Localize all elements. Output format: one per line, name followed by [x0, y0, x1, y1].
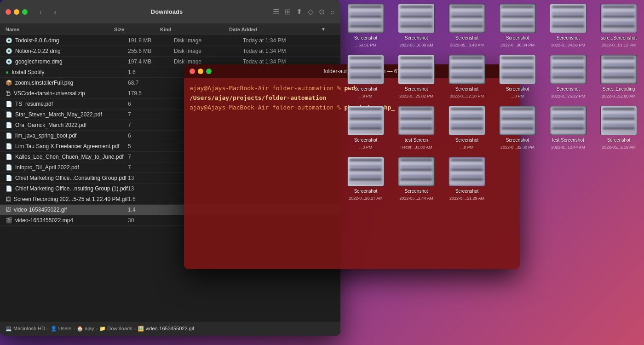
- icon-thumb-image: [449, 106, 485, 135]
- blurred-preview: [398, 106, 434, 135]
- file-type-icon: ●: [6, 69, 9, 75]
- terminal-maximize-button[interactable]: [206, 69, 212, 74]
- breadcrumb-bar: 💻 Macintosh HD›👤 Users›🏠 ajay›📁 Download…: [0, 321, 340, 336]
- icon-thumb-image: [348, 157, 384, 186]
- icon-thumb-image: [500, 4, 535, 33]
- blurred-preview: [601, 55, 637, 84]
- icon-thumbnail: [398, 55, 435, 84]
- blurred-preview: [449, 157, 485, 186]
- desktop-icon-ss20[interactable]: Screenshot 2022-05...2.44 AM: [391, 153, 442, 204]
- terminal-prompt: ajay@Ajays-MacBook-Air folder-automation…: [190, 104, 345, 111]
- desktop-icon-ss14[interactable]: test Screen Recor...33.00 AM: [391, 102, 442, 153]
- desktop-icon-ss8[interactable]: Screenshot 2022-0...25.02 PM: [391, 51, 442, 102]
- desktop-icon-ss7[interactable]: Screenshot ...9 PM: [340, 51, 391, 102]
- desktop-icon-ss18[interactable]: Screenshot 2022-05...2.19 AM: [593, 102, 644, 153]
- breadcrumb-item[interactable]: 🏠 ajay: [77, 326, 94, 332]
- terminal-close-button[interactable]: [190, 69, 195, 74]
- desktop-icon-ss17[interactable]: test Screenshot 2022-0...12.44 AM: [543, 102, 593, 153]
- blurred-preview: [601, 4, 637, 33]
- col-name[interactable]: Name: [6, 27, 114, 32]
- icon-label: Screenshot: [455, 137, 479, 143]
- icon-sublabel: 2022-05...2.19 AM: [602, 145, 636, 150]
- file-name: 📄 Chief Marketing Office...nsulting Grou…: [6, 185, 128, 192]
- breadcrumb-separator: ›: [134, 326, 136, 332]
- blurred-preview: [398, 157, 434, 186]
- table-header: Name Size Kind Date Added ▼: [0, 24, 340, 35]
- icon-sublabel: 2022-05...2.44 AM: [399, 196, 433, 201]
- file-type-icon: 🗜: [6, 90, 11, 97]
- icon-label: Screenshot: [506, 35, 529, 41]
- icon-thumbnail: [499, 4, 536, 33]
- desktop-icon-ss5[interactable]: Screenshot 2022-0...24.56 PM: [543, 0, 593, 51]
- icon-thumbnail: [448, 55, 485, 84]
- file-type-icon: 🖼: [6, 207, 11, 213]
- desktop-icon-ss15[interactable]: Screenshot ...8 PM: [442, 102, 492, 153]
- icon-label: test Screen: [405, 137, 428, 143]
- minimize-button[interactable]: [14, 9, 19, 15]
- file-name: 📄 Lim Tau Sang X Freelancer Agreement.pd…: [6, 143, 128, 150]
- file-name: ● Install Spotify: [6, 69, 128, 75]
- icon-label: Screenshot: [405, 188, 428, 194]
- desktop-icon-ss21[interactable]: Screenshot 2022-0....51.29 AM: [442, 153, 492, 204]
- file-kind: Disk Image: [174, 48, 243, 54]
- icon-thumb-image: [449, 4, 485, 33]
- file-name: 💿 Notion-2.0.22.dmg: [6, 48, 128, 54]
- desktop-icon-ss2[interactable]: Screenshot 2022-05...6.30 AM: [391, 0, 442, 51]
- view-list-icon[interactable]: ☰: [273, 7, 279, 16]
- desktop-icon-ss19[interactable]: Screenshot 2022-0...26.27 AM: [340, 153, 391, 204]
- file-name: 📄 Star_Steven_March_May_2022.pdf: [6, 111, 128, 118]
- col-size[interactable]: Size: [114, 27, 160, 32]
- file-date: Today at 1:34 PM: [243, 48, 335, 54]
- table-row[interactable]: 💿 Notion-2.0.22.dmg 255.6 MB Disk Image …: [0, 46, 340, 57]
- icon-thumbnail: [600, 55, 637, 84]
- icon-sublabel: 2022-0...12.44 AM: [551, 145, 585, 150]
- icon-sublabel: 2022-0...32.18 PM: [450, 94, 484, 98]
- icon-thumb-image: [601, 4, 637, 33]
- icon-thumbnail: [398, 4, 435, 33]
- desktop-icon-ss3[interactable]: Screenshot 2022-05...3.49 AM: [442, 0, 492, 51]
- desktop-icon-ss11[interactable]: Screenshot 2022-0...25.22 PM: [543, 51, 593, 102]
- icon-thumbnail: [550, 106, 586, 135]
- icon-thumb-image: [398, 106, 434, 135]
- breadcrumb-separator: ›: [74, 326, 75, 332]
- icon-thumb-image: [398, 4, 434, 33]
- desktop-icon-ss1[interactable]: Screenshot ...53.51 PM: [340, 0, 391, 51]
- back-button[interactable]: ‹: [35, 6, 46, 17]
- icon-sublabel: 2022-0...25.02 PM: [399, 94, 433, 98]
- finder-toolbar-icons: ☰ ⊞ ⬆ ◇ ⊙ ⌕: [273, 7, 335, 16]
- desktop-icon-ss13[interactable]: Screenshot ...3 PM: [340, 102, 391, 153]
- search-icon[interactable]: ⌕: [330, 8, 335, 16]
- tag-icon[interactable]: ◇: [308, 7, 313, 16]
- terminal-minimize-button[interactable]: [198, 69, 203, 74]
- close-button[interactable]: [6, 9, 11, 15]
- breadcrumb-item[interactable]: 👤 Users: [51, 326, 72, 332]
- terminal-traffic-lights: [190, 69, 212, 74]
- desktop-icon-ss6[interactable]: scre...Screenshot 2022-0...51.12 PM: [593, 0, 644, 51]
- breadcrumb-item[interactable]: 💻 Macintosh HD: [6, 326, 45, 332]
- desktop-icon-ss9[interactable]: Screenshot 2022-0...32.18 PM: [442, 51, 492, 102]
- icon-sublabel: 2022-0...36.34 PM: [500, 43, 535, 47]
- table-row[interactable]: 💿 Todoist-8.0.6.dmg 191.8 MB Disk Image …: [0, 35, 340, 46]
- col-date[interactable]: Date Added: [229, 27, 321, 32]
- col-kind[interactable]: Kind: [160, 27, 229, 32]
- col-sort: ▼: [321, 27, 335, 32]
- icon-thumbnail: [550, 55, 586, 84]
- desktop-icon-ss10[interactable]: Screenshot ...8 PM: [492, 51, 543, 102]
- action-icon[interactable]: ⊙: [319, 7, 325, 16]
- view-grid-icon[interactable]: ⊞: [285, 7, 291, 16]
- breadcrumb-item[interactable]: 🖼️ video-1653455022.gif: [138, 326, 194, 332]
- forward-button[interactable]: ›: [50, 6, 61, 17]
- share-icon[interactable]: ⬆: [296, 7, 302, 16]
- icon-sublabel: ...8 PM: [460, 145, 474, 150]
- file-name: 🖼 video-1653455022.gif: [6, 207, 128, 213]
- file-size: 13: [128, 175, 174, 181]
- icon-sublabel: 2022-05...3.49 AM: [450, 43, 484, 47]
- icon-thumbnail: [448, 157, 485, 186]
- file-size: 7: [128, 154, 174, 160]
- desktop-icon-ss16[interactable]: Screenshot 2022-0...32.30 PM: [492, 102, 543, 153]
- desktop-icon-ss12[interactable]: Scre...Encoding 2022-0...52.80 AM: [593, 51, 644, 102]
- breadcrumb-item[interactable]: 📁 Downloads: [99, 326, 132, 332]
- desktop-icon-ss4[interactable]: Screenshot 2022-0...36.34 PM: [492, 0, 543, 51]
- icon-thumb-image: [500, 106, 535, 135]
- maximize-button[interactable]: [22, 9, 28, 15]
